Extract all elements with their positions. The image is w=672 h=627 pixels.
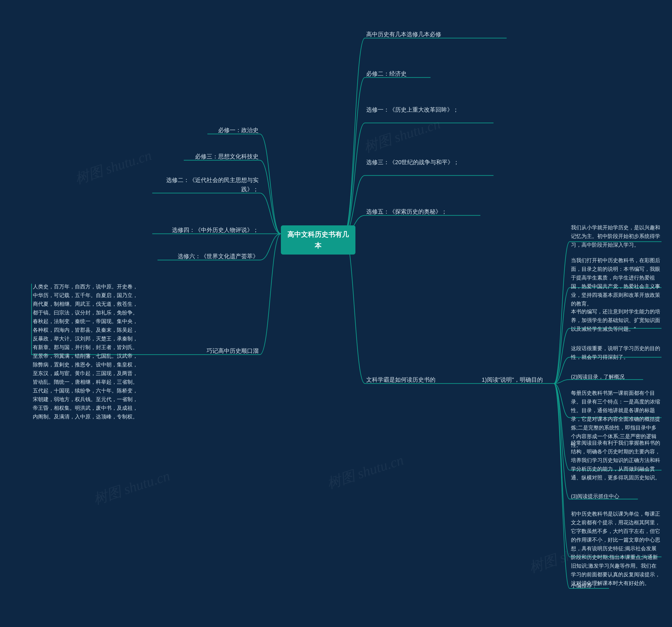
left-node-mnemonic: 巧记高中历史顺口溜 [207, 346, 259, 355]
right-node-xuanxiu1: 选修一：《历史上重大改革回眸》； [366, 105, 492, 114]
mindmap-center-node: 高中文科历史书有几本 [281, 225, 355, 255]
right-node-step1: 1)阅读"说明"，明确目的 [482, 375, 543, 384]
detail-d2: 当我们打开初中历史教科书，在彩图后面，目录之前的说明：本书编写，我眼于提高学生素… [571, 256, 662, 308]
left-node-xuanxiu2: 选修二：《近代社会的民主思想与实践》； [153, 176, 259, 194]
detail-d8: (3)阅读提示抓住中心 [571, 492, 662, 501]
detail-d9: 初中历史教科书是以课为单位，每课正文之前都有个提示，用花边框其阿里，它字数虽然不… [571, 510, 662, 587]
watermark: 树图 shutu.cn [325, 450, 406, 493]
right-node-overview: 高中历史有几本选修几本必修 [366, 30, 441, 39]
left-node-bixiu3: 必修三：思想文化科技史 [195, 152, 259, 161]
right-node-xuanxiu5: 选修五：《探索历史的奥秘》； [366, 207, 447, 216]
left-node-bixiu1: 必修一：政治史 [218, 125, 259, 135]
detail-d10: 小编推荐： [571, 581, 662, 590]
watermark: 树图 shutu.cn [72, 146, 154, 189]
detail-d1: 我们从小学就开始学历史，是以兴趣和记忆为主。初中阶段开始初步系统得学习，高中阶段… [571, 223, 662, 249]
watermark: 树图 shutu.cn [91, 466, 172, 509]
detail-d7: 经常阅读目录有利于我们掌握教科书的结构，明确各个历史时期的主要内容，培养我们学习… [571, 439, 662, 482]
left-node-xuanxiu4: 选修四：《中外历史人物评说》； [172, 225, 259, 235]
detail-d3: 本书的编写，还注意到对学生能力的培养，加强学生的基础知识、扩宽知识面以及减轻学生… [571, 307, 662, 333]
left-mnemonic-text: 人类史，百万年，自西方，说中原。开史卷， 中华历，可记载，五千年。自夏启，国乃立… [33, 282, 176, 421]
left-node-xuanxiu6: 选修六：《世界文化遗产荟萃》 [178, 252, 259, 261]
right-node-bixiu2: 必修二：经济史 [366, 69, 407, 78]
detail-d5: (2)阅读目录，了解概况 [571, 372, 662, 381]
watermark: 树图 shutu.cn [361, 114, 443, 157]
right-node-xueba: 文科学霸是如何读历史书的 [366, 375, 435, 384]
right-node-xuanxiu3: 选修三：《20世纪的战争与和平》； [366, 158, 492, 167]
detail-d4: 这段话很重要，说明了学习历史的目的性，就会学习得深刻了。 [571, 344, 662, 362]
